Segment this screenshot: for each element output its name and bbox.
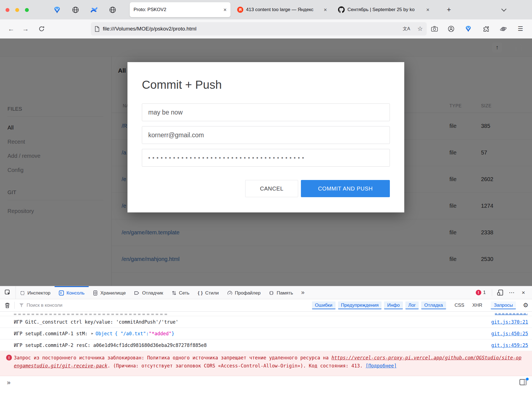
object-close: } (172, 331, 174, 336)
console-search[interactable]: Поиск в консоли (19, 303, 312, 308)
pinned-tab-v-logo-icon[interactable] (53, 6, 61, 14)
tabs-overflow-chevrons[interactable]: » (297, 286, 308, 299)
github-icon (338, 6, 345, 13)
tab-inspector[interactable]: Инспектор (16, 286, 55, 299)
object-expander-icon[interactable]: ▶ (91, 332, 93, 335)
bookmark-star-icon[interactable]: ☆ (417, 25, 423, 32)
tab-profiler[interactable]: Профайлер (223, 286, 265, 299)
console-row: ИГР setupE.commitAP-1 stM: ▶ Object { "/… (0, 328, 532, 339)
tab-label: Инспектор (27, 290, 50, 296)
v-extension-icon[interactable] (462, 23, 474, 34)
learn-more-link[interactable]: [Подробнее] (365, 363, 397, 369)
inspector-icon (20, 291, 25, 296)
console-settings-gear-icon[interactable]: ⚙ (519, 302, 532, 309)
tab-list-chevron-icon[interactable] (499, 6, 509, 13)
tab-label: Сеть (179, 290, 190, 296)
tab-label: Отладчик (142, 290, 163, 296)
forward-button[interactable]: → (19, 23, 32, 34)
tab-label: Стили (205, 290, 219, 296)
tab-styles[interactable]: { } Стили (194, 286, 223, 299)
tab-title: Сентябрь | September 25 by ko (347, 7, 423, 12)
object-keyword[interactable]: Object (96, 331, 112, 336)
tab-console[interactable]: Консоль (55, 286, 89, 299)
notification-dot (526, 378, 529, 380)
devtools-close-icon[interactable]: × (518, 286, 529, 299)
tab-memory[interactable]: Память (265, 286, 297, 299)
more-options-icon[interactable]: ⋯ (506, 286, 518, 299)
email-field[interactable]: kornerr@gmail.com (142, 126, 390, 144)
clear-console-trash-icon[interactable] (0, 303, 14, 308)
yandex-icon: Я (237, 7, 243, 13)
screenshot-camera-icon[interactable] (428, 23, 441, 34)
tab-debugger[interactable]: Отладчик (130, 286, 167, 299)
page-icon (95, 26, 99, 32)
tab-title: Proto: PSKOV2 (134, 7, 221, 12)
error-count-badge-icon[interactable]: ! (476, 290, 481, 295)
console-input-row[interactable]: » (0, 376, 532, 389)
responsive-design-icon[interactable] (494, 286, 506, 299)
filter-xhr[interactable]: XHR (472, 303, 482, 308)
error-text: . (Причина: отсутствует заголовок CORS «… (108, 363, 365, 369)
planet-vpn-icon[interactable] (497, 23, 509, 34)
window-zoom-button[interactable] (25, 8, 29, 12)
tab-yandex-413[interactable]: Я 413 content too large — Яндекс × (233, 2, 331, 17)
page-viewport: ↑ FILES All Recent Add / remove Config G… (0, 39, 532, 286)
object-open: { "/a0.txt": (115, 331, 149, 336)
object-value: "*added" (149, 331, 172, 336)
reload-button[interactable] (35, 23, 48, 34)
window-minimize-button[interactable] (15, 8, 19, 12)
translate-icon[interactable]: 文A (403, 26, 410, 32)
extensions-puzzle-icon[interactable] (480, 23, 492, 34)
tab-close-icon[interactable]: × (223, 7, 227, 12)
tab-storage[interactable]: Хранилище (89, 286, 130, 299)
source-link[interactable]: git.js:450:25 (491, 331, 528, 336)
filter-errors[interactable]: Ошибки (312, 301, 336, 309)
filter-log[interactable]: Лог (405, 301, 419, 309)
console-output: ИГР GitC._construct ctrl key/value: 'com… (0, 312, 532, 389)
account-icon[interactable] (445, 23, 457, 34)
window-controls (6, 8, 29, 12)
divider (14, 302, 15, 309)
browser-toolbar: ← → file:///Volumes/MOE/p/pskov2/proto.h… (0, 19, 532, 39)
password-field[interactable]: •••••••••••••••••••••••••••••••••••••• (142, 149, 390, 167)
log-text: ИГР setupE.commitAP-1 stM: (14, 331, 88, 336)
filter-css[interactable]: CSS (455, 303, 464, 308)
console-filter-bar: Поиск в консоли Ошибки Предупреждения Ин… (0, 299, 532, 312)
log-text: ИГР GitC._construct ctrl key/value: 'com… (14, 319, 178, 325)
tab-proto-pskov2[interactable]: Proto: PSKOV2 × (130, 2, 231, 17)
tab-title: 413 content too large — Яндекс (246, 7, 321, 12)
console-row: ИГР GitC._construct ctrl key/value: 'com… (0, 316, 532, 328)
node-picker-icon[interactable] (0, 286, 16, 299)
console-error-row: ! Запрос из постороннего источника забло… (0, 351, 532, 376)
tab-label: Профайлер (235, 290, 261, 296)
commit-message-input[interactable]: may be now (142, 103, 390, 121)
tab-network[interactable]: Сеть (167, 286, 194, 299)
tab-github-september[interactable]: Сентябрь | September 25 by ko × (334, 2, 433, 17)
new-tab-button[interactable]: + (443, 4, 454, 15)
menu-hamburger-icon[interactable]: ☰ (514, 23, 526, 34)
filter-debug[interactable]: Отладка (421, 301, 446, 309)
commit-and-push-button[interactable]: COMMIT AND PUSH (301, 180, 390, 197)
console-row-partial (0, 312, 532, 316)
filter-warnings[interactable]: Предупреждения (338, 301, 382, 309)
source-link[interactable]: git.js:370:21 (491, 319, 528, 325)
tab-close-icon[interactable]: × (324, 7, 327, 12)
braces-icon: { } (198, 290, 203, 296)
source-link[interactable]: git.js:459:25 (491, 342, 528, 348)
devtools-panel: Инспектор Консоль Хранилище Отладчик Сет… (0, 286, 532, 401)
tab-close-icon[interactable]: × (426, 7, 429, 12)
divider (492, 289, 492, 296)
pinned-tab-confluence-icon[interactable] (90, 6, 98, 14)
filter-requests[interactable]: Запросы (491, 301, 516, 309)
pinned-tab-globe2-icon[interactable] (109, 6, 116, 14)
url-bar[interactable]: file:///Volumes/MOE/p/pskov2/proto.html … (91, 22, 427, 35)
cancel-button[interactable]: CANCEL (245, 180, 298, 197)
back-button[interactable]: ← (5, 23, 17, 34)
console-row: ИГР setupE.commitAP-2 resC: a06e1d94cf1d… (0, 339, 532, 351)
filter-info[interactable]: Инфо (384, 301, 403, 309)
network-arrows-icon (172, 290, 177, 296)
debugger-icon (134, 291, 140, 295)
search-placeholder: Поиск в консоли (27, 303, 62, 308)
window-close-button[interactable] (6, 8, 9, 12)
pinned-tab-globe-icon[interactable] (72, 6, 79, 14)
